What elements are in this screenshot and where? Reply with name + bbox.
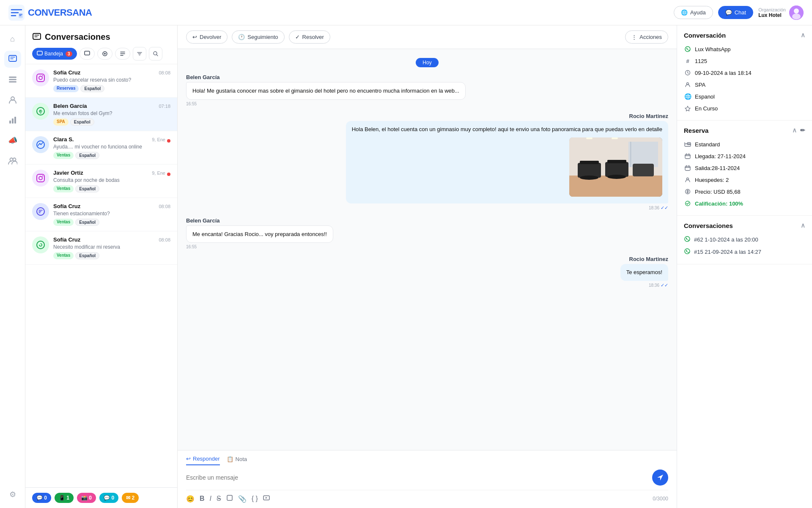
send-button[interactable]	[652, 470, 668, 486]
svg-point-36	[580, 176, 598, 180]
svg-rect-20	[37, 74, 44, 82]
right-panel: Conversación ∧ Lux WhatsApp # 1125 09-10…	[677, 25, 812, 508]
svg-rect-8	[9, 81, 16, 82]
svg-rect-5	[9, 55, 16, 61]
sidebar-settings[interactable]: ⚙	[4, 486, 21, 503]
italic-button[interactable]: I	[210, 495, 211, 503]
note-tab[interactable]: 📋 Nota	[227, 456, 247, 465]
emoji-button[interactable]: 😊	[186, 495, 195, 503]
logo-area: CONVERSANA	[8, 5, 667, 21]
svg-rect-15	[33, 33, 41, 39]
chat-messages[interactable]: Hoy Belen García Hola! Me gustaria conoc…	[178, 49, 677, 450]
conv-item[interactable]: Sofía Cruz 08:08 Puedo cancelar reserva …	[25, 64, 177, 98]
sidebar-megaphone[interactable]: 📣	[4, 132, 21, 149]
counter-messenger[interactable]: 💬 0	[99, 493, 118, 503]
svg-point-57	[685, 249, 690, 254]
chat-button[interactable]: 💬 Chat	[718, 6, 753, 19]
conversations-title: Conversaciones	[32, 32, 170, 42]
rp-conv-link[interactable]: #15 21-09-2024 a las 14:27	[684, 246, 805, 258]
reply-icon: ↩	[186, 456, 191, 462]
reserva-section-title[interactable]: Reserva ∧ ✏	[684, 126, 805, 134]
conv-body: Javier Ortiz 9, Ene Consulta por noche d…	[53, 170, 170, 192]
block-button[interactable]	[226, 494, 233, 503]
conv-body: Sofía Cruz 08:08 Puedo cancelar reserva …	[53, 69, 170, 92]
ayuda-button[interactable]: 🌐 Ayuda	[674, 6, 713, 19]
user-avatar[interactable]	[789, 5, 804, 20]
svg-point-26	[39, 176, 42, 180]
svg-point-45	[685, 47, 690, 52]
counter-chat[interactable]: 💬 0	[32, 493, 51, 503]
svg-rect-17	[85, 51, 90, 55]
svg-rect-41	[586, 137, 593, 139]
conversation-section-title[interactable]: Conversación ∧	[684, 31, 805, 39]
counter-instagram[interactable]: 📸 0	[77, 493, 96, 503]
strikethrough-button[interactable]: S	[217, 495, 221, 503]
counter-whatsapp[interactable]: 📱 1	[55, 493, 74, 503]
filter-menciones[interactable]	[115, 48, 130, 60]
check-icon: ✓	[295, 34, 300, 40]
code-button[interactable]: { }	[252, 495, 258, 503]
acciones-button[interactable]: ⋮ Acciones	[625, 30, 668, 44]
rating-icon	[684, 200, 691, 207]
sidebar-people[interactable]	[4, 152, 21, 169]
chevron-icon: ∧	[801, 222, 805, 229]
resolver-button[interactable]: ✓ Resolver	[289, 30, 330, 44]
message-input[interactable]	[186, 474, 648, 481]
conv-body: Sofía Cruz 08:08 Tienen estacionamiento?…	[53, 203, 170, 226]
svg-marker-48	[685, 106, 690, 111]
svg-point-27	[42, 176, 43, 176]
svg-rect-10	[9, 121, 11, 124]
hash-icon: #	[684, 57, 691, 65]
chat-header: ↩ Devolver 🕐 Seguimiento ✓ Resolver ⋮ Ac…	[178, 25, 677, 49]
filter-bandeja[interactable]: Bandeja 3	[32, 48, 77, 60]
svg-rect-37	[605, 162, 628, 177]
chat-toolbar: 😊 B I S 📎 { } 0/3000	[186, 490, 668, 503]
conversations-header: Conversaciones Bandeja 3	[25, 25, 177, 64]
devolver-button[interactable]: ↩ Devolver	[186, 30, 228, 44]
status-icon	[684, 104, 691, 112]
edit-button[interactable]: ✏	[800, 127, 805, 134]
rp-checkout: Salida:28-11-2024	[684, 162, 805, 174]
conv-body: Belen García 07:18 Me envian fotos del G…	[53, 103, 170, 126]
conv-item[interactable]: Belen García 07:18 Me envian fotos del G…	[25, 98, 177, 131]
conversaciones-section-title[interactable]: Conversaciones ∧	[684, 222, 805, 229]
counter-email[interactable]: ✉ 2	[122, 493, 139, 503]
filter-llamadas[interactable]	[97, 48, 112, 60]
filter-search[interactable]	[149, 47, 162, 60]
media-button[interactable]	[263, 494, 270, 503]
clock-icon: 🕐	[238, 34, 245, 40]
filter-sort[interactable]	[133, 47, 146, 60]
channel-avatar-instagram	[32, 69, 49, 86]
seguimiento-button[interactable]: 🕐 Seguimiento	[232, 30, 284, 44]
chat-input-area: ↩ Responder 📋 Nota 😊 B I S 📎 { }	[178, 450, 677, 508]
conv-item[interactable]: Sofía Cruz 08:08 Necesito modificar mi r…	[25, 231, 177, 265]
reply-tab[interactable]: ↩ Responder	[186, 456, 220, 465]
svg-rect-12	[14, 117, 16, 124]
sidebar-reports[interactable]	[4, 112, 21, 129]
sidebar-list[interactable]	[4, 71, 21, 88]
rp-date: 09-10-2024 a las 18:14	[684, 67, 805, 79]
conv-item[interactable]: Javier Ortiz 9, Ene Consulta por noche d…	[25, 165, 177, 198]
svg-rect-42	[612, 137, 618, 139]
filter-chat-interno[interactable]	[80, 48, 95, 60]
svg-point-14	[13, 158, 16, 161]
rp-channel: Lux WhatsApp	[684, 43, 805, 55]
chat-input-tabs: ↩ Responder 📋 Nota	[186, 456, 668, 465]
rp-conv-link[interactable]: #62 1-10-2024 a las 20:00	[684, 233, 805, 246]
bold-button[interactable]: B	[200, 495, 205, 503]
svg-rect-32	[628, 142, 658, 167]
rp-number: # 1125	[684, 55, 805, 67]
sidebar-home[interactable]: ⌂	[4, 30, 21, 47]
message-sender: Rocio Martinez	[186, 113, 668, 119]
conversations-filters: Bandeja 3	[32, 47, 170, 60]
attach-button[interactable]: 📎	[238, 495, 247, 503]
sidebar-chat[interactable]	[4, 51, 21, 68]
message-time: 16:55	[186, 102, 668, 106]
message-bubble: Te esperamos!	[620, 264, 668, 281]
conversaciones-section: Conversaciones ∧ #62 1-10-2024 a las 20:…	[677, 216, 812, 264]
sidebar-contacts[interactable]	[4, 91, 21, 108]
conv-body: Sofía Cruz 08:08 Necesito modificar mi r…	[53, 236, 170, 259]
conv-item[interactable]: Clara S. 9, Ene Ayuda.... mi voucher no …	[25, 131, 177, 165]
globe-icon: 🌐	[684, 93, 691, 100]
conv-item[interactable]: Sofía Cruz 08:08 Tienen estacionamiento?…	[25, 198, 177, 231]
